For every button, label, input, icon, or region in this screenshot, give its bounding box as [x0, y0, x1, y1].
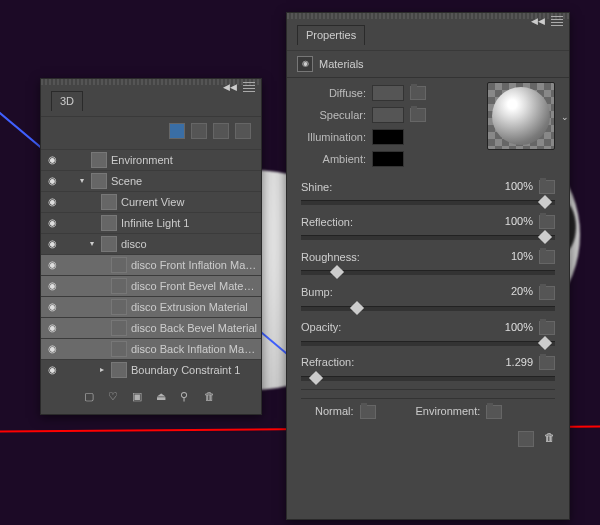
slider-value[interactable]: 1.299 — [505, 356, 533, 368]
3d-panel: ◀◀ 3D ◉Environment◉▾Scene◉Current View◉I… — [40, 78, 262, 415]
slider-value[interactable]: 100% — [505, 321, 533, 333]
material-preview[interactable] — [487, 82, 555, 150]
filter-light-icon[interactable] — [235, 123, 251, 139]
new-layer-icon[interactable]: ▢ — [84, 390, 98, 404]
tree-item-label: disco Back Inflation Mate… — [131, 343, 257, 356]
slider-texture-icon[interactable] — [539, 321, 555, 335]
slider-label: Reflection: — [301, 216, 353, 229]
tree-item-label: Scene — [111, 175, 257, 188]
panel-grip[interactable] — [287, 13, 569, 19]
slider-thumb[interactable] — [350, 300, 364, 314]
slider-value[interactable]: 100% — [505, 215, 533, 227]
slider-track[interactable] — [301, 200, 555, 205]
trash-icon[interactable]: 🗑 — [204, 390, 218, 404]
caret-icon[interactable]: ▾ — [77, 176, 87, 186]
illumination-label: Illumination: — [301, 131, 366, 144]
anchor-icon[interactable]: ⚲ — [180, 390, 194, 404]
illumination-swatch[interactable] — [372, 129, 404, 145]
tree-item[interactable]: ◉disco Front Inflation Mat… — [41, 254, 261, 275]
environment-texture-icon[interactable] — [486, 405, 502, 419]
slider-texture-icon[interactable] — [539, 356, 555, 370]
visibility-icon[interactable]: ◉ — [45, 238, 59, 250]
specular-texture-icon[interactable] — [410, 108, 426, 122]
filter-mesh-icon[interactable] — [191, 123, 207, 139]
trash-icon[interactable]: 🗑 — [544, 431, 555, 447]
slider-texture-icon[interactable] — [539, 180, 555, 194]
slider-thumb[interactable] — [309, 371, 323, 385]
slider-refraction: Refraction:1.299 — [301, 356, 555, 381]
tree-item-label: Boundary Constraint 1 — [131, 364, 257, 377]
visibility-icon[interactable]: ◉ — [45, 196, 59, 208]
ambient-swatch[interactable] — [372, 151, 404, 167]
filter-all-icon[interactable] — [169, 123, 185, 139]
tree-item-label: Current View — [121, 196, 257, 209]
panel-menu-icon[interactable] — [551, 16, 563, 26]
normal-texture-icon[interactable] — [360, 405, 376, 419]
tree-item[interactable]: ◉Environment — [41, 149, 261, 170]
slider-value[interactable]: 100% — [505, 180, 533, 192]
3d-tab[interactable]: 3D — [51, 91, 83, 111]
slider-track[interactable] — [301, 341, 555, 346]
slider-texture-icon[interactable] — [539, 250, 555, 264]
tree-item[interactable]: ◉disco Front Bevel Material — [41, 275, 261, 296]
filter-material-icon[interactable] — [213, 123, 229, 139]
tree-item[interactable]: ◉▾Scene — [41, 170, 261, 191]
visibility-icon[interactable]: ◉ — [45, 343, 59, 355]
slider-thumb[interactable] — [329, 265, 343, 279]
tree-item[interactable]: ◉disco Extrusion Material — [41, 296, 261, 317]
slider-thumb[interactable] — [538, 230, 552, 244]
tree-item[interactable]: ◉disco Back Inflation Mate… — [41, 338, 261, 359]
properties-tab[interactable]: Properties — [297, 25, 365, 45]
caret-icon[interactable]: ▸ — [97, 365, 107, 375]
slider-label: Roughness: — [301, 251, 360, 264]
collapse-icon[interactable]: ◀◀ — [223, 82, 237, 93]
slider-thumb[interactable] — [538, 336, 552, 350]
mat-icon — [111, 278, 127, 294]
visibility-icon[interactable]: ◉ — [45, 322, 59, 334]
visibility-icon[interactable]: ◉ — [45, 280, 59, 292]
slider-roughness: Roughness:10% — [301, 250, 555, 275]
preview-dropdown-icon[interactable]: ⌄ — [561, 112, 569, 123]
tree-item[interactable]: ◉▾disco — [41, 233, 261, 254]
slider-value[interactable]: 20% — [511, 285, 533, 297]
visibility-icon[interactable]: ◉ — [45, 259, 59, 271]
move-tool-icon[interactable]: ⏏ — [156, 390, 170, 404]
new-light-icon[interactable]: ♡ — [108, 390, 122, 404]
render-icon[interactable] — [518, 431, 534, 447]
visibility-icon[interactable]: ◉ — [45, 154, 59, 166]
slider-label: Opacity: — [301, 321, 341, 334]
caret-icon[interactable]: ▾ — [87, 239, 97, 249]
visibility-icon[interactable]: ◉ — [45, 301, 59, 313]
slider-texture-icon[interactable] — [539, 215, 555, 229]
environment-label: Environment: — [416, 405, 481, 418]
scene-tree: ◉Environment◉▾Scene◉Current View◉Infinit… — [41, 145, 261, 384]
visibility-icon[interactable]: ◉ — [45, 217, 59, 229]
specular-swatch[interactable] — [372, 107, 404, 123]
tree-item[interactable]: ◉disco Back Bevel Material — [41, 317, 261, 338]
slider-opacity: Opacity:100% — [301, 321, 555, 346]
slider-thumb[interactable] — [538, 195, 552, 209]
slider-track[interactable] — [301, 270, 555, 275]
ambient-label: Ambient: — [301, 153, 366, 166]
diffuse-swatch[interactable] — [372, 85, 404, 101]
collapse-icon[interactable]: ◀◀ — [531, 16, 545, 27]
mat-icon — [111, 341, 127, 357]
slider-label: Shine: — [301, 181, 332, 194]
visibility-icon[interactable]: ◉ — [45, 364, 59, 376]
visibility-icon[interactable]: ◉ — [45, 175, 59, 187]
tree-item[interactable]: ◉Current View — [41, 191, 261, 212]
materials-icon: ◉ — [297, 56, 313, 72]
diffuse-texture-icon[interactable] — [410, 86, 426, 100]
tree-item[interactable]: ◉Infinite Light 1 — [41, 212, 261, 233]
slider-texture-icon[interactable] — [539, 286, 555, 300]
slider-track[interactable] — [301, 235, 555, 240]
tree-item[interactable]: ◉▸Boundary Constraint 1 — [41, 359, 261, 380]
slider-track[interactable] — [301, 376, 555, 381]
slider-label: Bump: — [301, 286, 333, 299]
slider-track[interactable] — [301, 306, 555, 311]
slider-value[interactable]: 10% — [511, 250, 533, 262]
panel-menu-icon[interactable] — [243, 82, 255, 92]
scene-icon — [91, 173, 107, 189]
3d-bottom-toolbar: ▢ ♡ ▣ ⏏ ⚲ 🗑 — [41, 386, 261, 408]
add-scene-icon[interactable]: ▣ — [132, 390, 146, 404]
